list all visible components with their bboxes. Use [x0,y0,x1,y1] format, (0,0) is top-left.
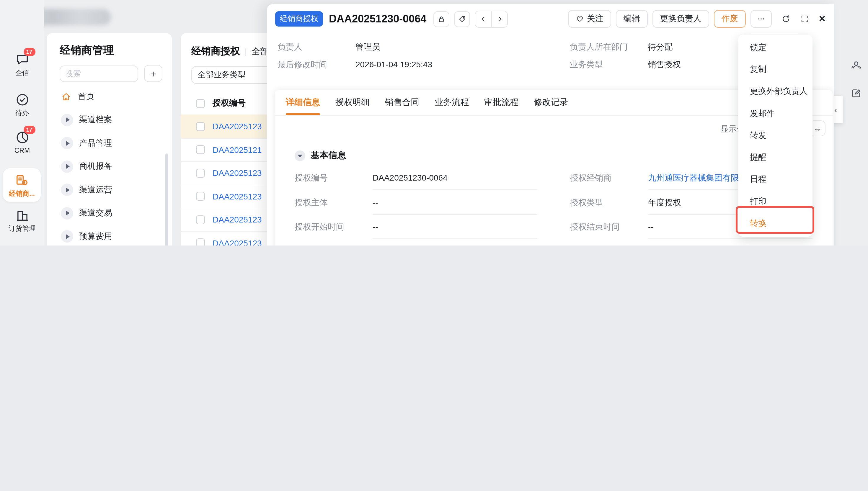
sidebar-menu: 首页渠道档案产品管理商机报备渠道运营渠道交易预算费用目标管理报表分析渠道准入产品… [47,85,172,246]
sidebar-item-渠道档案[interactable]: 渠道档案 [47,108,172,132]
menu-item-发邮件[interactable]: 发邮件 [738,103,812,125]
follow-button[interactable]: 关注 [568,10,611,28]
menu-item-复制[interactable]: 复制 [738,59,812,81]
contacts-icon[interactable] [850,59,862,71]
field-label: 授权经销商 [570,172,648,183]
summary-label: 负责人所在部门 [570,41,648,53]
field-label: 授权主体 [295,196,372,208]
summary-value: 管理员 [356,41,380,53]
summary-field: 最后修改时间2026-01-04 19:25:43 [278,58,570,70]
section-header[interactable]: 基本信息 [295,150,812,161]
sidebar-item-label: 预算费用 [79,231,112,242]
refresh-icon[interactable] [781,14,791,24]
sidebar-item-首页[interactable]: 首页 [47,85,172,108]
row-checkbox[interactable] [196,169,205,178]
tab-审批流程[interactable]: 审批流程 [484,90,519,115]
building-icon [15,208,30,223]
sidebar-title: 经销商管理 [47,33,172,57]
summary-value: 2026-01-04 19:25:43 [356,58,432,70]
sidebar-item-label: 首页 [78,91,94,102]
expand-arrow-icon[interactable] [61,137,73,150]
field-label: 授权编号 [295,172,372,183]
select-all-checkbox[interactable] [196,99,205,108]
detail-field: 授权区域维度省份 [570,240,812,246]
dealer-icon [14,173,30,188]
menu-item-日程[interactable]: 日程 [738,169,812,191]
rail-item-dealer[interactable]: 经销商... [3,168,41,202]
search-input[interactable] [60,65,138,82]
tab-销售合同[interactable]: 销售合同 [385,90,419,115]
menu-item-转发[interactable]: 转发 [738,124,812,147]
field-label: 授权产品维度 [295,245,372,246]
view-filter[interactable]: 全部 [252,46,269,57]
next-record-button[interactable] [491,11,507,27]
more-actions-button[interactable] [751,10,772,28]
rail-item-building[interactable]: 订货管理 [0,208,44,233]
field-label: 授权类型 [570,196,648,208]
chat-bubble-icon: 17 [15,52,30,67]
tab-修改记录[interactable]: 修改记录 [534,90,568,115]
field-value: -- [372,196,537,214]
sidebar-item-label: 渠道运营 [79,185,112,195]
pie-chart-icon: 17 [15,130,30,145]
menu-item-锁定[interactable]: 锁定 [738,36,812,59]
unlock-icon[interactable] [433,11,449,27]
summary-label: 负责人 [278,41,356,53]
column-header: 授权编号 [213,98,246,109]
notification-badge: 17 [23,126,35,134]
sidebar-item-渠道交易[interactable]: 渠道交易 [47,202,172,225]
sidebar-item-商机报备[interactable]: 商机报备 [47,155,172,178]
rail-item-label: 待办 [16,109,29,117]
summary-field: 负责人管理员 [278,41,570,53]
sidebar-item-渠道运营[interactable]: 渠道运营 [47,178,172,202]
sidebar-scrollbar[interactable] [165,153,168,246]
field-value: -- [372,221,537,239]
row-checkbox[interactable] [196,215,205,224]
fullscreen-icon[interactable] [800,14,810,24]
expand-arrow-icon[interactable] [61,230,73,243]
tab-授权明细[interactable]: 授权明细 [335,90,370,115]
detail-field: 授权主体-- [295,192,537,216]
sidebar-item-预算费用[interactable]: 预算费用 [47,225,172,246]
field-value: 省份 [648,245,812,246]
rail-item-label: 订货管理 [8,225,36,233]
expand-arrow-icon[interactable] [61,184,73,196]
close-icon[interactable]: × [819,14,825,24]
tag-icon[interactable] [454,11,470,27]
app-window: 17企信待办17CRM经销商...订货管理更多 经销商管理 + 首页渠道档案产品… [0,0,868,246]
expand-arrow-icon[interactable] [61,161,73,173]
list-title: 经销商授权 [191,45,240,58]
rail-item-label: 经销商... [9,190,35,198]
row-checkbox[interactable] [196,192,205,201]
menu-item-更换外部负责人[interactable]: 更换外部负责人 [738,81,812,103]
row-checkbox[interactable] [196,122,205,131]
void-button[interactable]: 作废 [714,10,746,28]
edit-button[interactable]: 编辑 [616,10,648,28]
sidebar-item-产品管理[interactable]: 产品管理 [47,132,172,155]
notification-badge: 17 [23,48,35,56]
tab-详细信息[interactable]: 详细信息 [286,90,320,115]
rail-item-pie-chart[interactable]: 17CRM [0,130,44,154]
row-checkbox[interactable] [196,239,205,246]
menu-item-转换[interactable]: 转换 [738,213,812,235]
summary-label: 最后修改时间 [278,58,356,70]
collapse-section-icon[interactable] [295,150,305,161]
expand-arrow-icon[interactable] [61,114,73,126]
check-circle-icon [15,92,30,107]
add-button[interactable]: + [144,65,162,82]
expand-arrow-icon[interactable] [61,207,73,220]
sidebar-item-label: 商机报备 [79,162,112,172]
rail-item-check-circle[interactable]: 待办 [0,92,44,117]
row-checkbox[interactable] [196,145,205,154]
summary-label: 业务类型 [570,58,648,70]
field-label: 授权开始时间 [295,221,372,233]
edit-note-icon[interactable] [850,87,862,99]
module-sidebar: 经销商管理 + 首页渠道档案产品管理商机报备渠道运营渠道交易预算费用目标管理报表… [47,33,172,246]
prev-record-button[interactable] [475,11,491,27]
rail-item-chat-bubble[interactable]: 17企信 [0,52,44,77]
field-value: DAA20251230-0064 [372,172,537,190]
menu-item-提醒[interactable]: 提醒 [738,147,812,169]
change-owner-button[interactable]: 更换负责人 [652,10,709,28]
tab-业务流程[interactable]: 业务流程 [435,90,469,115]
menu-item-打印[interactable]: 打印 [738,191,812,213]
